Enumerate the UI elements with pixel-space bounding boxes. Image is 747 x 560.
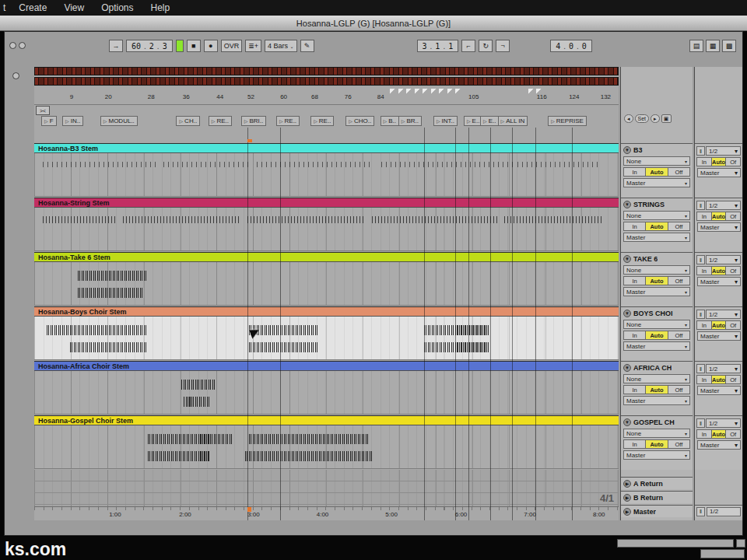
waveform-segment[interactable] xyxy=(372,216,498,223)
locator-re[interactable]: ▷RE.. xyxy=(310,116,334,126)
monitor-in-button[interactable]: In xyxy=(623,331,646,340)
monitor-off-button[interactable]: Off xyxy=(668,222,690,231)
locator-e[interactable]: ▷E.. xyxy=(480,116,499,126)
waveform-segment[interactable] xyxy=(504,216,603,223)
draw-mode-icon[interactable]: ≣+ xyxy=(245,40,261,52)
track-lane[interactable] xyxy=(34,262,619,306)
monitor-auto-button[interactable]: Auto xyxy=(711,320,727,330)
follow-button[interactable]: → xyxy=(109,40,123,52)
track-lane[interactable] xyxy=(34,425,619,469)
waveform-segment[interactable] xyxy=(163,162,249,167)
locator-f[interactable]: ▷F xyxy=(41,116,57,126)
track-header-boyschoi[interactable]: ▼BOYS CHOINone▾InAutoOffMaster▾ xyxy=(621,306,693,361)
input-chooser[interactable]: 1/2▾ xyxy=(706,146,741,156)
return-lane[interactable] xyxy=(34,470,619,481)
monitor-auto-button[interactable]: Auto xyxy=(711,212,727,221)
loop-length-beats-field[interactable]: 0 xyxy=(566,42,577,51)
track-lane[interactable] xyxy=(34,317,619,360)
waveform-segment[interactable] xyxy=(381,162,514,167)
master-chooser[interactable]: Master▾ xyxy=(623,396,690,405)
punch-out-icon[interactable]: ¬ xyxy=(496,40,510,52)
locator-cho[interactable]: ▷CHO.. xyxy=(345,116,374,126)
beat-time-ruler[interactable]: 9202836445260687684105116124132 xyxy=(34,88,619,105)
track-lane[interactable] xyxy=(34,371,619,415)
loop-length-sixteenths-field[interactable]: 0 xyxy=(579,42,590,51)
lock-icon[interactable]: ▣ xyxy=(661,114,672,123)
output-chooser[interactable]: Master▾ xyxy=(697,386,741,395)
locator-re[interactable]: ▷RE.. xyxy=(276,116,300,126)
monitor-auto-button[interactable]: Auto xyxy=(645,167,668,177)
menu-item-create[interactable]: Create xyxy=(10,2,55,13)
monitor-off-button[interactable]: Off xyxy=(668,167,690,177)
waveform-segment[interactable] xyxy=(148,451,210,461)
arrangement-overview[interactable] xyxy=(34,67,619,87)
monitor-of-button[interactable]: Of xyxy=(725,266,741,275)
monitor-in-button[interactable]: In xyxy=(696,375,712,384)
play-indicator[interactable] xyxy=(176,40,184,52)
clip-bar[interactable]: Hosanna-String Stem xyxy=(34,198,619,208)
clip-bar[interactable]: Hosanna-Gospel Choir Stem xyxy=(34,415,619,425)
monitor-of-button[interactable]: Of xyxy=(725,320,741,330)
master-chooser[interactable]: Master▾ xyxy=(623,233,690,242)
monitor-in-button[interactable]: In xyxy=(623,222,646,231)
track-header-gospelch[interactable]: ▼GOSPEL CHNone▾InAutoOffMaster▾ xyxy=(621,415,693,470)
monitor-off-button[interactable]: Off xyxy=(668,331,690,340)
locator-in[interactable]: ▷IN.. xyxy=(62,116,83,126)
locator-re[interactable]: ▷RE.. xyxy=(209,116,232,126)
monitor-of-button[interactable]: Of xyxy=(725,429,741,439)
master-chooser[interactable]: Master▾ xyxy=(623,450,690,460)
fold-arrow-icon[interactable]: ▼ xyxy=(623,201,631,208)
menu-item-options[interactable]: Options xyxy=(93,2,142,13)
time-ruler[interactable]: 1:002:003:004:005:006:007:008:00 xyxy=(34,506,619,520)
locator-allin[interactable]: ▷ALL IN xyxy=(498,116,528,126)
locator-reprise[interactable]: ▷REPRISE xyxy=(548,116,587,126)
return-track-breturn[interactable]: ▶B Return xyxy=(621,491,693,503)
monitor-in-button[interactable]: In xyxy=(696,266,712,275)
waveform-segment[interactable] xyxy=(245,451,372,461)
return-lane[interactable] xyxy=(34,481,619,493)
position-beats-field[interactable]: 1 xyxy=(432,42,443,51)
output-chooser[interactable]: None▾ xyxy=(623,374,690,383)
output-chooser[interactable]: Master▾ xyxy=(697,277,741,286)
clip-bar[interactable]: Hosanna-Africa Choir Stem xyxy=(34,361,619,371)
overview-toggle-icon[interactable] xyxy=(12,72,19,79)
monitor-in-button[interactable]: In xyxy=(623,167,646,177)
track-header-take6[interactable]: ▼TAKE 6None▾InAutoOffMaster▾ xyxy=(621,252,693,306)
loop-length-bars-field[interactable]: 4 xyxy=(552,42,563,51)
track-header-b3[interactable]: ▼B3None▾InAutoOffMaster▾ xyxy=(621,143,693,198)
waveform-segment[interactable] xyxy=(47,325,148,335)
quantize-menu[interactable]: 4 Bars ⌄ xyxy=(265,40,297,52)
title-bar[interactable]: Hosanna-LGLP (G) [Hosanna-LGLP (G)] xyxy=(0,16,747,31)
waveform-segment[interactable] xyxy=(249,434,370,444)
tempo-field[interactable]: 60 xyxy=(128,42,144,51)
monitor-auto-button[interactable]: Auto xyxy=(645,276,668,285)
overdub-button[interactable]: OVR xyxy=(221,40,243,52)
locator-set-button[interactable]: Set xyxy=(635,114,650,123)
input-chooser[interactable]: 1/2▾ xyxy=(706,418,741,428)
waveform-segment[interactable] xyxy=(424,325,490,335)
monitor-auto-button[interactable]: Auto xyxy=(711,375,727,384)
menu-item-help[interactable]: Help xyxy=(142,2,179,13)
monitor-of-button[interactable]: Of xyxy=(725,157,741,166)
waveform-segment[interactable] xyxy=(43,216,117,223)
output-chooser[interactable]: Master▾ xyxy=(697,331,741,341)
keyboard-map-icon[interactable]: ▤ xyxy=(689,40,703,52)
output-chooser[interactable]: Master▾ xyxy=(697,168,741,177)
clip-bar[interactable]: Hosanna-Boys Choir Stem xyxy=(34,306,619,317)
waveform-segment[interactable] xyxy=(148,434,233,444)
track-lane[interactable] xyxy=(34,208,619,251)
monitor-auto-button[interactable]: Auto xyxy=(711,429,727,439)
input-chooser[interactable]: 1/2▾ xyxy=(706,201,741,210)
locator-br[interactable]: ▷BR.. xyxy=(398,116,422,126)
monitor-of-button[interactable]: Of xyxy=(725,375,741,384)
overview-strip[interactable] xyxy=(34,77,619,86)
waveform-segment[interactable] xyxy=(184,397,210,407)
monitor-of-button[interactable]: Of xyxy=(725,212,741,221)
monitor-in-button[interactable]: In xyxy=(623,385,646,394)
monitor-in-button[interactable]: In xyxy=(696,157,712,166)
record-button[interactable]: ● xyxy=(204,40,218,52)
fold-arrow-icon[interactable]: ▼ xyxy=(623,364,631,372)
output-chooser[interactable]: None▾ xyxy=(623,429,690,438)
locator-int[interactable]: ▷INT.. xyxy=(433,116,458,126)
track-lane[interactable] xyxy=(34,153,619,197)
